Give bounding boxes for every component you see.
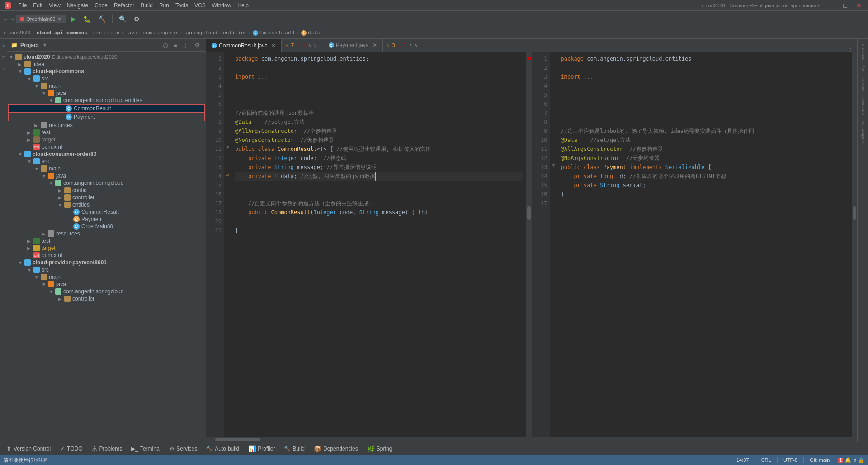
tree-item-pom-1[interactable]: ▶ xml pom.xml xyxy=(7,143,206,150)
tab-payment-close[interactable]: ✕ xyxy=(373,42,377,48)
bc-commonresult[interactable]: C CommonResult xyxy=(253,30,295,36)
menu-window[interactable]: Window xyxy=(209,1,234,9)
tree-item-controller-2[interactable]: ▶ controller xyxy=(7,295,206,302)
tree-item-cloud-api-commons[interactable]: ▼ cloud-api-commons xyxy=(7,68,206,75)
tree-item-target-2[interactable]: ▶ target xyxy=(7,244,206,252)
bottom-tab-todo[interactable]: ✓ TODO xyxy=(55,442,87,456)
bookmarks-tool-icon[interactable]: B xyxy=(0,54,7,61)
run-config-selector[interactable]: OrderMain80 ▼ xyxy=(16,15,66,23)
menu-build[interactable]: Build xyxy=(138,1,156,9)
tree-item-commonresult-1[interactable]: ▶ C CommonResult xyxy=(8,104,205,113)
tree-item-ordermain80[interactable]: ▶ C OrderMain80 xyxy=(7,223,206,230)
tree-item-idea[interactable]: ▶ .idea xyxy=(7,61,206,68)
right-code-area[interactable]: 1 2 3 4 5 6 7 8 9 10 11 12 13 14 xyxy=(532,52,858,437)
tree-item-commonresult-2[interactable]: ▶ C CommonResult xyxy=(7,208,206,216)
tree-item-pkg-1[interactable]: ▼ com.angenin.springcloud.entities xyxy=(7,97,206,104)
payment-nav-down-icon[interactable]: ∨ xyxy=(415,42,418,48)
bc-angenin[interactable]: angenin xyxy=(158,30,179,36)
bc-com[interactable]: com xyxy=(143,30,152,36)
bc-entities[interactable]: entities xyxy=(223,30,247,36)
fold-icon-11[interactable]: ▼ xyxy=(224,143,231,152)
bc-main[interactable]: main xyxy=(108,30,120,36)
bc-springcloud[interactable]: springcloud xyxy=(184,30,217,36)
menu-navigate[interactable]: Navigate xyxy=(64,1,91,9)
debug-button[interactable]: 🐛 xyxy=(80,14,94,24)
bottom-tab-problems[interactable]: ⚠ Problems xyxy=(87,442,127,456)
notifications-icon[interactable]: Notifications xyxy=(860,120,866,145)
tree-item-java-2[interactable]: ▼ java xyxy=(7,172,206,179)
bc-data[interactable]: f data xyxy=(301,30,320,36)
project-tool-icon[interactable]: P xyxy=(0,42,7,49)
tree-item-java-3[interactable]: ▼ java xyxy=(7,281,206,288)
tree-item-controller-1[interactable]: ▶ controller xyxy=(7,194,206,201)
toolbar-back-icon[interactable]: ← xyxy=(4,14,8,23)
collapse-all-button[interactable]: ≡ xyxy=(172,41,179,50)
tree-item-test-1[interactable]: ▶ test xyxy=(7,129,206,136)
settings-button[interactable]: ⚙ xyxy=(131,14,142,24)
tab-payment[interactable]: C Payment.java ✕ xyxy=(323,39,383,52)
tree-item-payment8001[interactable]: ▼ cloud-provider-payment8001 xyxy=(7,259,206,266)
tree-item-src-1[interactable]: ▼ src xyxy=(7,75,206,82)
menu-tools[interactable]: Tools xyxy=(173,1,191,9)
minimize-button[interactable]: — xyxy=(826,0,837,10)
bc-cloud2020[interactable]: cloud2020 xyxy=(4,30,31,36)
tree-item-entities-2[interactable]: ▼ entities xyxy=(7,201,206,208)
menu-code[interactable]: Code xyxy=(92,1,110,9)
left-hscrollbar[interactable] xyxy=(206,437,532,442)
tree-item-resources-1[interactable]: ▶ resources xyxy=(7,122,206,129)
bottom-tab-spring[interactable]: 🌿 Spring xyxy=(363,442,397,456)
bottom-tab-profiler[interactable]: 📊 Profiler xyxy=(244,442,279,456)
bottom-tab-terminal[interactable]: ▶_ Terminal xyxy=(127,442,165,456)
menu-view[interactable]: View xyxy=(46,1,63,9)
build-button[interactable]: 🔨 xyxy=(95,14,108,24)
tab-commonresult-close[interactable]: ✕ xyxy=(271,42,276,49)
fold-icon-13-right[interactable]: ▼ xyxy=(550,161,557,170)
tree-item-src-3[interactable]: ▼ src xyxy=(7,266,206,273)
tree-item-target-1[interactable]: ▶ target xyxy=(7,136,206,143)
bottom-tab-auto-build[interactable]: 🔨 Auto-build xyxy=(202,442,244,456)
structure-tool-icon[interactable]: S xyxy=(0,66,7,72)
tree-root[interactable]: ▼ cloud2020 E:\idea-workspace\cloud2020 xyxy=(7,53,206,61)
menu-help[interactable]: Help xyxy=(235,1,251,9)
right-hscrollbar[interactable] xyxy=(532,437,858,442)
tree-item-payment-2[interactable]: ▶ C Payment xyxy=(7,216,206,223)
menu-file[interactable]: File xyxy=(15,1,29,9)
menu-run[interactable]: Run xyxy=(156,1,172,9)
locate-file-button[interactable]: ◎ xyxy=(161,41,170,50)
tree-item-pkg-3[interactable]: ▼ com.angenin.springcloud xyxy=(7,288,206,295)
left-code-area[interactable]: 1 2 3 4 5 6 7 8 9 10 11 12 13 14 xyxy=(206,52,532,437)
menu-vcs[interactable]: VCS xyxy=(192,1,208,9)
maven-icon[interactable]: Maven xyxy=(860,78,866,93)
menu-edit[interactable]: Edit xyxy=(30,1,45,9)
bc-java[interactable]: java xyxy=(125,30,137,36)
maximize-button[interactable]: □ xyxy=(841,0,850,10)
tree-item-config[interactable]: ▶ config xyxy=(7,187,206,194)
panel-options-button[interactable]: ⋮ xyxy=(181,41,191,50)
bottom-tab-services[interactable]: ⚙ Services xyxy=(165,442,202,456)
payment-nav-up-icon[interactable]: ∧ xyxy=(409,42,412,48)
search-button[interactable]: 🔍 xyxy=(116,14,129,24)
bottom-tab-dependencies[interactable]: 📦 Dependencies xyxy=(309,442,363,456)
right-code-content[interactable]: package com.angenin.springcloud.entities… xyxy=(557,52,852,437)
tree-item-java-1[interactable]: ▼ java xyxy=(7,89,206,97)
panel-gear-button[interactable]: ⚙ xyxy=(193,41,202,50)
tab-commonresult[interactable]: C CommonResult.java ✕ xyxy=(206,39,282,52)
bc-cloud-api-commons[interactable]: cloud-api-commons xyxy=(36,30,87,36)
tree-item-payment-1[interactable]: ▶ C Payment xyxy=(8,113,205,121)
project-panel-dropdown[interactable]: ▼ xyxy=(43,42,47,48)
nav-down-icon[interactable]: ∨ xyxy=(314,42,317,48)
tree-item-pkg-2[interactable]: ▼ com.angenin.springcloud xyxy=(7,179,206,187)
tree-item-test-2[interactable]: ▶ test xyxy=(7,237,206,244)
menu-refactor[interactable]: Refactor xyxy=(111,1,137,9)
nav-up-icon[interactable]: ∧ xyxy=(308,42,311,48)
tree-item-main-3[interactable]: ▼ main xyxy=(7,273,206,281)
run-button[interactable]: ▶ xyxy=(68,13,79,24)
close-button[interactable]: ✕ xyxy=(854,0,864,10)
tree-item-main-2[interactable]: ▼ main xyxy=(7,165,206,172)
tab-more-button[interactable]: ⋮ xyxy=(844,46,857,52)
bottom-tab-version-control[interactable]: ⬆ Version Control xyxy=(2,442,55,456)
tree-item-pom-2[interactable]: ▶ xml pom.xml xyxy=(7,252,206,259)
bc-src[interactable]: src xyxy=(93,30,102,36)
tree-item-main-1[interactable]: ▼ main xyxy=(7,82,206,89)
tree-item-resources-2[interactable]: ▶ resources xyxy=(7,230,206,237)
